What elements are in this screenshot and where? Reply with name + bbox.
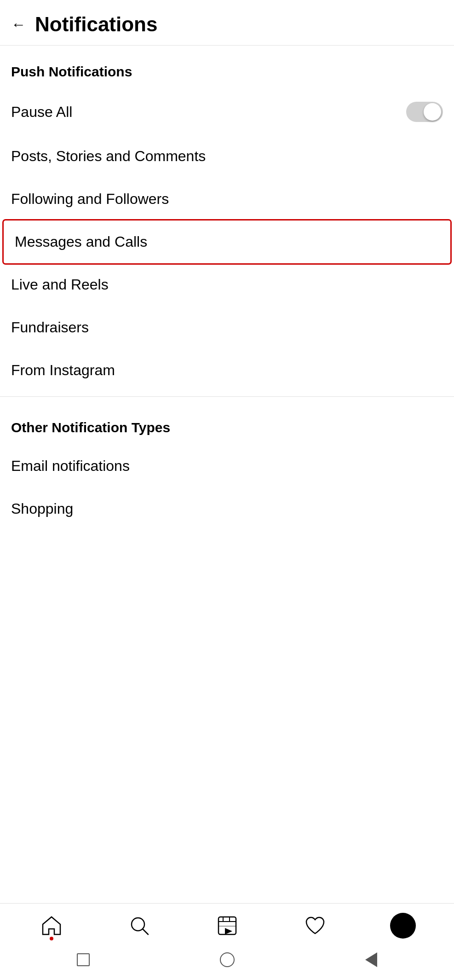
- nav-home[interactable]: [39, 913, 64, 939]
- messages-calls-item[interactable]: Messages and Calls: [4, 220, 450, 263]
- svg-marker-7: [225, 928, 232, 934]
- live-reels-label: Live and Reels: [11, 276, 109, 293]
- home-icon: [39, 913, 64, 939]
- svg-line-1: [143, 929, 148, 934]
- fundraisers-item[interactable]: Fundraisers: [0, 306, 454, 349]
- system-home-button[interactable]: [218, 951, 236, 969]
- home-notification-dot: [50, 937, 53, 940]
- bottom-nav: [0, 903, 454, 980]
- section-divider: [0, 396, 454, 397]
- following-followers-item[interactable]: Following and Followers: [0, 178, 454, 220]
- posts-stories-comments-item[interactable]: Posts, Stories and Comments: [0, 135, 454, 178]
- content-area: Push Notifications Pause All Posts, Stor…: [0, 46, 454, 903]
- pause-all-label: Pause All: [11, 104, 72, 121]
- profile-avatar: [390, 913, 416, 939]
- back-button[interactable]: ←: [11, 17, 26, 32]
- shopping-label: Shopping: [11, 500, 73, 517]
- pause-all-toggle[interactable]: [406, 102, 443, 122]
- search-icon: [126, 913, 152, 939]
- system-back-icon: [365, 952, 377, 967]
- following-followers-label: Following and Followers: [11, 191, 169, 208]
- heart-icon: [302, 913, 328, 939]
- header: ← Notifications: [0, 0, 454, 46]
- shopping-item[interactable]: Shopping: [0, 487, 454, 530]
- nav-reels[interactable]: [214, 913, 240, 939]
- push-notifications-label: Push Notifications: [0, 46, 454, 89]
- nav-profile[interactable]: [390, 913, 416, 939]
- from-instagram-label: From Instagram: [11, 362, 115, 379]
- messages-calls-label: Messages and Calls: [15, 233, 147, 250]
- email-notifications-item[interactable]: Email notifications: [0, 445, 454, 487]
- page-title: Notifications: [35, 13, 157, 36]
- email-notifications-label: Email notifications: [11, 458, 130, 475]
- reels-icon: [214, 913, 240, 939]
- system-home-icon: [220, 952, 235, 967]
- nav-activity[interactable]: [302, 913, 328, 939]
- nav-icons-row: [0, 904, 454, 943]
- posts-stories-comments-label: Posts, Stories and Comments: [11, 148, 206, 165]
- other-notifications-label: Other Notification Types: [0, 401, 454, 445]
- live-reels-item[interactable]: Live and Reels: [0, 263, 454, 306]
- system-recents-button[interactable]: [74, 951, 92, 969]
- toggle-knob: [424, 103, 441, 121]
- from-instagram-item[interactable]: From Instagram: [0, 349, 454, 392]
- nav-search[interactable]: [126, 913, 152, 939]
- system-back-button[interactable]: [362, 951, 380, 969]
- system-nav: [0, 943, 454, 980]
- pause-all-item[interactable]: Pause All: [0, 89, 454, 135]
- recents-icon: [77, 953, 90, 966]
- fundraisers-label: Fundraisers: [11, 319, 89, 336]
